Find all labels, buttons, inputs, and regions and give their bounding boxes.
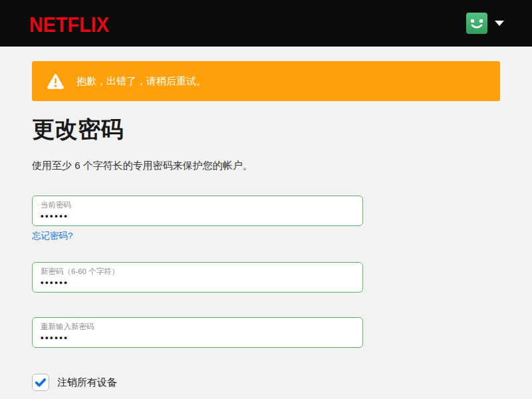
new-password-input[interactable] [41,277,354,289]
profile-avatar-icon[interactable] [466,13,487,34]
new-password-field[interactable]: 新密码（6-60 个字符） [32,262,363,293]
signout-all-devices-row: 注销所有设备 [32,374,500,391]
error-banner: 抱歉，出错了，请稍后重试。 [32,61,500,101]
current-password-field[interactable]: 当前密码 [32,196,363,226]
confirm-password-label: 重新输入新密码 [41,322,354,332]
top-navbar: NETFLIX [0,0,532,47]
change-password-page: 抱歉，出错了，请稍后重试。 更改密码 使用至少 6 个字符长的专用密码来保护您的… [0,47,532,391]
confirm-password-input[interactable] [41,332,354,344]
signout-all-devices-label: 注销所有设备 [57,376,117,389]
error-message: 抱歉，出错了，请稍后重试。 [76,75,206,88]
new-password-label: 新密码（6-60 个字符） [41,267,354,277]
warning-icon [47,73,65,90]
forgot-password-link[interactable]: 忘记密码? [32,230,73,242]
netflix-logo-text: NETFLIX [29,13,110,35]
netflix-logo[interactable]: NETFLIX [29,11,110,35]
confirm-password-field[interactable]: 重新输入新密码 [32,317,363,348]
checkmark-icon [34,376,47,389]
page-subtitle: 使用至少 6 个字符长的专用密码来保护您的帐户。 [32,160,500,172]
current-password-label: 当前密码 [41,200,354,210]
signout-all-devices-checkbox[interactable] [32,374,49,391]
account-menu[interactable] [466,13,504,34]
change-password-form: 当前密码 忘记密码? 新密码（6-60 个字符） 重新输入新密码 注销所有设备 [32,196,500,391]
page-title: 更改密码 [32,114,500,145]
chevron-down-icon[interactable] [495,21,504,26]
current-password-input[interactable] [41,210,354,222]
